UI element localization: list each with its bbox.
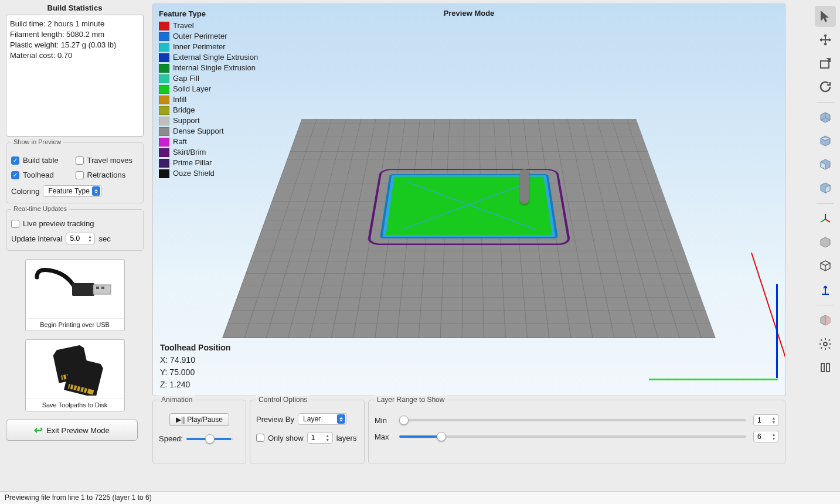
preview-viewport[interactable]: Preview Mode Feature Type TravelOuter Pe…: [152, 4, 785, 396]
toolhead-z: Z: 1.240: [160, 379, 230, 391]
solid-shading-tool[interactable]: [815, 232, 836, 253]
svg-rect-1: [93, 285, 111, 294]
control-options-title: Control Options: [256, 396, 310, 404]
legend-label: Travel: [173, 21, 194, 31]
legend-swatch: [159, 127, 169, 136]
usb-image: [26, 260, 124, 318]
only-show-suffix: layers: [336, 434, 357, 442]
live-preview-label: Live preview tracking: [23, 219, 94, 228]
build-plate-3d: [193, 67, 744, 348]
section-view-tool[interactable]: [815, 310, 836, 331]
stepper-down-icon[interactable]: ▼: [770, 420, 777, 424]
side-view-tool[interactable]: [815, 178, 836, 199]
legend-label: External Single Extrusion: [173, 52, 258, 63]
realtime-updates-group: Real-time Updates Live preview tracking …: [6, 209, 144, 251]
legend-swatch: [159, 32, 169, 41]
sd-card-image: [26, 340, 124, 399]
preview-by-select[interactable]: Layer: [298, 413, 347, 425]
legend-swatch: [159, 74, 169, 83]
legend-swatch: [159, 96, 169, 104]
machine-tool[interactable]: [815, 357, 836, 378]
max-slider[interactable]: [399, 435, 746, 438]
axis-x-icon: [649, 379, 778, 380]
legend-label: Outer Perimeter: [173, 31, 227, 42]
toolhead-position-readout: Toolhead Position X: 74.910 Y: 75.000 Z:…: [160, 342, 230, 391]
stepper-up-icon[interactable]: ▲: [770, 433, 777, 437]
select-arrows-icon: [337, 414, 345, 424]
axes-tool[interactable]: [815, 209, 836, 230]
retractions-label: Retractions: [87, 171, 126, 179]
animation-group: Animation ▶|| Play/Pause Speed:: [152, 400, 246, 464]
pan-tool[interactable]: [815, 29, 836, 50]
save-disk-caption: Save Toolpaths to Disk: [26, 399, 124, 411]
coloring-select[interactable]: Feature Type: [43, 185, 102, 197]
svg-rect-20: [821, 363, 824, 372]
stepper-down-icon[interactable]: ▼: [324, 438, 331, 442]
svg-rect-3: [101, 287, 104, 289]
svg-rect-2: [96, 287, 99, 289]
stepper-up-icon[interactable]: ▲: [770, 416, 777, 420]
toolhead-position-title: Toolhead Position: [160, 342, 230, 354]
play-pause-label: Play/Pause: [187, 416, 223, 424]
travel-moves-checkbox[interactable]: [76, 156, 84, 165]
settings-tool[interactable]: [815, 333, 836, 355]
status-text: Previewing file from line 1 to 7225 (lay…: [5, 493, 152, 502]
legend-swatch: [159, 138, 169, 147]
live-preview-checkbox[interactable]: [11, 220, 19, 228]
stat-build-time: Build time: 2 hours 1 minute: [10, 19, 140, 29]
update-interval-input[interactable]: [70, 234, 86, 243]
preview-by-value: Layer: [303, 415, 321, 423]
min-stepper[interactable]: ▲▼: [753, 414, 779, 426]
print-usb-card[interactable]: Begin Printing over USB: [25, 259, 125, 331]
toolhead-checkbox[interactable]: [11, 171, 19, 179]
stepper-down-icon[interactable]: ▼: [86, 239, 93, 243]
toolhead-y: Y: 75.000: [160, 366, 230, 379]
bottom-control-bar: Animation ▶|| Play/Pause Speed: Control …: [152, 400, 785, 464]
legend-row: Outer Perimeter: [159, 31, 258, 42]
only-show-checkbox[interactable]: [256, 434, 264, 442]
legend-swatch: [159, 148, 169, 157]
build-table-checkbox[interactable]: [11, 156, 19, 165]
toolhead-x: X: 74.910: [160, 354, 230, 366]
legend-swatch: [159, 43, 169, 52]
legend-row: Inner Perimeter: [159, 42, 258, 52]
update-interval-label: Update interval: [11, 234, 62, 243]
only-show-stepper[interactable]: ▲▼: [307, 432, 333, 444]
min-slider[interactable]: [399, 419, 746, 421]
stat-filament: Filament length: 5080.2 mm: [10, 29, 140, 40]
coloring-label: Coloring: [11, 187, 39, 196]
stepper-up-icon[interactable]: ▲: [324, 434, 331, 438]
zoom-extents-tool[interactable]: [815, 53, 836, 74]
speed-slider[interactable]: [186, 438, 233, 440]
stepper-up-icon[interactable]: ▲: [86, 234, 93, 239]
only-show-input[interactable]: [311, 434, 323, 442]
save-disk-card[interactable]: Save Toolpaths to Disk: [25, 339, 125, 411]
select-tool[interactable]: [815, 6, 836, 27]
min-input[interactable]: [757, 416, 769, 424]
preview-by-label: Preview By: [256, 415, 294, 424]
retractions-checkbox[interactable]: [76, 171, 84, 179]
exit-preview-label: Exit Preview Mode: [46, 426, 110, 435]
max-input[interactable]: [757, 433, 769, 441]
iso-view-tool[interactable]: [815, 107, 836, 128]
legend-swatch: [159, 169, 169, 178]
left-panel: Build Statistics Build time: 2 hours 1 m…: [6, 4, 144, 441]
play-pause-button[interactable]: ▶|| Play/Pause: [169, 413, 229, 426]
normals-tool[interactable]: [815, 279, 836, 300]
stepper-down-icon[interactable]: ▼: [770, 437, 777, 441]
reset-view-tool[interactable]: [815, 76, 836, 97]
exit-preview-button[interactable]: ↩ Exit Preview Mode: [6, 420, 138, 441]
update-interval-unit: sec: [98, 234, 110, 243]
update-interval-stepper[interactable]: ▲▼: [66, 233, 95, 244]
wireframe-tool[interactable]: [815, 256, 836, 277]
max-stepper[interactable]: ▲▼: [753, 431, 779, 442]
build-statistics-box: Build time: 2 hours 1 minute Filament le…: [6, 15, 144, 137]
toolhead-cylinder: [520, 169, 529, 205]
control-options-group: Control Options Preview By Layer Only sh…: [250, 400, 365, 464]
select-arrows-icon: [92, 186, 100, 196]
svg-rect-0: [72, 283, 94, 296]
front-view-tool[interactable]: [815, 154, 836, 175]
top-view-tool[interactable]: [815, 131, 836, 152]
build-statistics-title: Build Statistics: [6, 4, 144, 12]
speed-label: Speed:: [159, 434, 183, 443]
